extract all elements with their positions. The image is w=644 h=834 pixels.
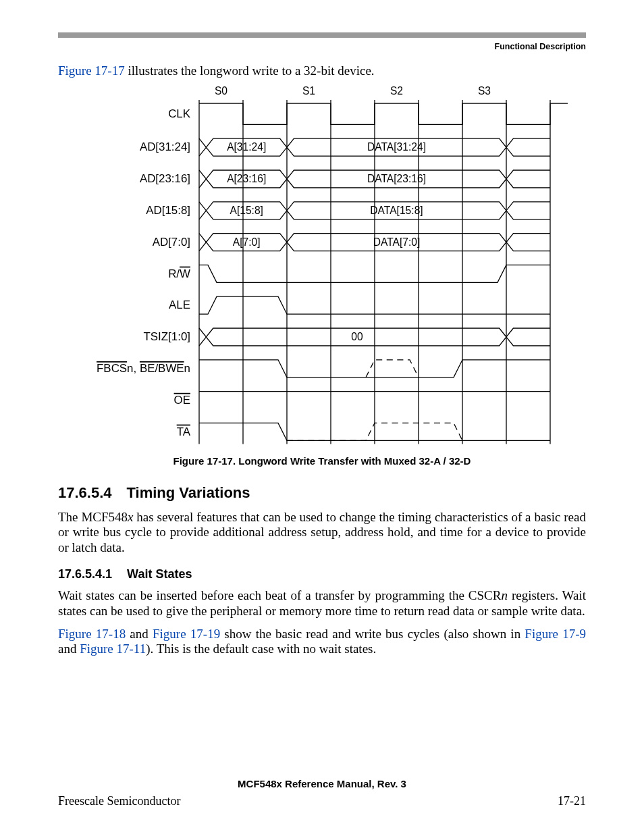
sig-ad15-8-data: DATA[15:8]	[370, 205, 423, 216]
header-rule	[58, 32, 586, 38]
paragraph-wait-states-1: Wait states can be inserted before each …	[58, 588, 586, 619]
sig-ta-label: TA	[177, 425, 191, 438]
intro-paragraph: Figure 17-17 illustrates the longword wr…	[58, 63, 586, 78]
sig-ad7-0-data: DATA[7:0]	[373, 236, 421, 248]
state-s0: S0	[215, 85, 227, 97]
sig-ad7-0-addr: A[7:0]	[233, 236, 261, 248]
sig-ad31-24-data: DATA[31:24]	[367, 141, 426, 153]
xref-figure-17-19[interactable]: Figure 17-19	[153, 627, 220, 641]
paragraph-wait-states-2: Figure 17-18 and Figure 17-19 show the b…	[58, 627, 586, 657]
xref-figure-17-18[interactable]: Figure 17-18	[58, 627, 126, 641]
state-s2: S2	[390, 85, 403, 97]
xref-figure-17-11[interactable]: Figure 17-11	[80, 642, 146, 656]
heading-title: Wait States	[127, 567, 192, 581]
sig-oe-label: OE	[174, 394, 190, 407]
heading-num: 17.6.5.4.1	[58, 567, 112, 581]
sig-ad23-16-label: AD[23:16]	[140, 172, 190, 185]
sig-tsiz-val: 00	[351, 331, 363, 342]
sig-ad15-8-label: AD[15:8]	[146, 204, 190, 217]
footer-center: MCF548x Reference Manual, Rev. 3	[0, 778, 644, 789]
sig-rw-label: R/W	[168, 267, 190, 280]
intro-text: illustrates the longword write to a 32-b…	[125, 63, 375, 78]
paragraph-timing-variations: The MCF548x has several features that ca…	[58, 510, 586, 555]
sig-ale-label: ALE	[169, 298, 190, 311]
sig-clk-wave	[199, 103, 568, 124]
state-s3: S3	[478, 85, 491, 97]
heading-wait-states: 17.6.5.4.1Wait States	[58, 567, 586, 581]
footer-right: 17-21	[558, 794, 586, 808]
heading-title: Timing Variations	[127, 484, 250, 501]
sig-fbcs-label: FBCSn, BE/BWEn	[97, 362, 190, 375]
page: Functional Description Figure 17-17 illu…	[0, 0, 644, 834]
figure-caption: Figure 17-17. Longword Write Transfer wi…	[58, 455, 586, 467]
sig-ad15-8-addr: A[15:8]	[230, 205, 263, 216]
running-head: Functional Description	[58, 42, 586, 51]
xref-figure-17-9[interactable]: Figure 17-9	[525, 627, 586, 641]
sig-ad31-24-addr: A[31:24]	[227, 141, 266, 153]
heading-timing-variations: 17.6.5.4Timing Variations	[58, 484, 586, 502]
timing-diagram: .lbl{font:13px Arial,Helvetica,sans-seri…	[59, 82, 585, 451]
sig-ad7-0-label: AD[7:0]	[153, 236, 190, 249]
state-s1: S1	[302, 85, 315, 97]
sig-ad23-16-addr: A[23:16]	[227, 173, 266, 184]
sig-clk-label: CLK	[168, 107, 191, 120]
footer-left: Freescale Semiconductor	[58, 794, 180, 808]
sig-ad23-16-data: DATA[23:16]	[367, 173, 426, 184]
xref-figure-17-17[interactable]: Figure 17-17	[58, 63, 125, 78]
sig-ad31-24-label: AD[31:24]	[140, 140, 190, 153]
sig-tsiz-label: TSIZ[1:0]	[144, 330, 190, 343]
heading-num: 17.6.5.4	[58, 484, 112, 501]
